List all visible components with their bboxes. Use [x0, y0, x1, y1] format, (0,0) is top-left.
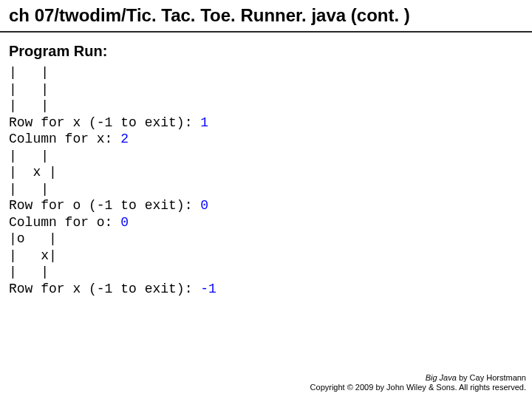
code-line: Row for x (-1 to exit): 1	[9, 115, 523, 132]
output-text: | |	[9, 82, 49, 97]
user-input: -1	[200, 282, 216, 296]
code-line: |o |	[9, 231, 523, 248]
output-text: | x |	[9, 165, 57, 180]
output-text: Column for o:	[9, 215, 120, 230]
code-line: | |	[9, 81, 523, 98]
code-line: | |	[9, 148, 523, 165]
code-line: | |	[9, 181, 523, 198]
code-line: | |	[9, 264, 523, 281]
output-text: | |	[9, 98, 49, 113]
footer-credit-line: Big Java by Cay Horstmann	[310, 373, 526, 383]
footer: Big Java by Cay Horstmann Copyright © 20…	[310, 373, 526, 394]
output-text: | |	[9, 182, 49, 197]
title-block: ch 07/twodim/Tic. Tac. Toe. Runner. java…	[0, 0, 532, 33]
copyright: Copyright © 2009 by John Wiley & Sons. A…	[310, 383, 526, 393]
slide-title: ch 07/twodim/Tic. Tac. Toe. Runner. java…	[0, 4, 532, 28]
program-output: | || || |Row for x (-1 to exit): 1Column…	[0, 64, 532, 297]
output-text: | |	[9, 65, 49, 80]
output-text: | x|	[9, 248, 57, 263]
author: by Cay Horstmann	[457, 373, 526, 382]
code-line: Column for x: 2	[9, 131, 523, 148]
output-text: | |	[9, 265, 49, 279]
code-line: Column for o: 0	[9, 214, 523, 231]
code-line: | x|	[9, 248, 523, 265]
code-line: Row for x (-1 to exit): -1	[9, 281, 523, 298]
code-line: | |	[9, 64, 523, 81]
output-text: Column for x:	[9, 132, 120, 146]
output-text: Row for x (-1 to exit):	[9, 115, 200, 130]
output-text: |o |	[9, 231, 57, 246]
book-title: Big Java	[426, 373, 457, 382]
code-line: | x |	[9, 164, 523, 181]
user-input: 2	[120, 132, 129, 146]
output-text: | |	[9, 149, 49, 163]
user-input: 0	[200, 198, 208, 213]
code-line: Row for o (-1 to exit): 0	[9, 197, 523, 214]
code-line: | |	[9, 98, 523, 115]
user-input: 0	[120, 215, 129, 230]
slide: ch 07/twodim/Tic. Tac. Toe. Runner. java…	[0, 0, 532, 399]
output-text: Row for x (-1 to exit):	[9, 282, 200, 296]
output-text: Row for o (-1 to exit):	[9, 198, 200, 213]
user-input: 1	[200, 115, 208, 130]
slide-subtitle: Program Run:	[0, 33, 532, 64]
